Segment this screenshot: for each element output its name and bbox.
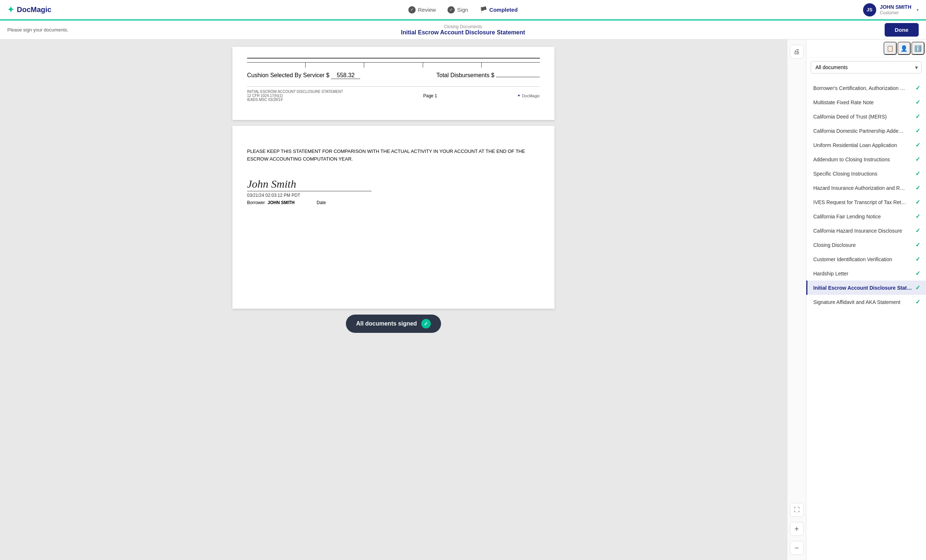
doc-list-item-label: Signature Affidavit and AKA Statement <box>813 299 900 305</box>
doc-list-item[interactable]: California Fair Lending Notice✓ <box>806 209 926 223</box>
doc-list-item[interactable]: Signature Affidavit and AKA Statement✓ <box>806 295 926 309</box>
doc-list-item-label: Specific Closing Instructions <box>813 171 877 177</box>
doc-list-item[interactable]: Multistate Fixed Rate Note✓ <box>806 95 926 109</box>
doc-signed-check-icon: ✓ <box>915 85 920 91</box>
doc-footer-1: INITIAL ESCROW ACCOUNT DISCLOSURE STATEM… <box>247 86 540 102</box>
nav-sign-label: Sign <box>457 7 468 13</box>
document-viewer[interactable]: Cushion Selected By Servicer $ 558.32 To… <box>0 39 787 560</box>
doc-list-item[interactable]: California Domestic Partnership Adde…✓ <box>806 124 926 138</box>
doc-title-section: Closing Documents Initial Escrow Account… <box>401 24 525 36</box>
signature-section: John Smith 03/21/24 02:03:12 PM PDT Borr… <box>247 178 540 205</box>
footer-brand: ✦ DocMagic <box>517 93 540 98</box>
doc-signed-check-icon: ✓ <box>915 99 920 106</box>
doc-list-item-label: California Fair Lending Notice <box>813 214 881 219</box>
done-button[interactable]: Done <box>885 23 919 36</box>
doc-signed-check-icon: ✓ <box>915 199 920 205</box>
doc-signed-check-icon: ✓ <box>915 256 920 263</box>
doc-filter-select[interactable]: All documents <box>811 61 921 74</box>
signed-check-icon: ✓ <box>421 319 431 329</box>
nav-sign[interactable]: ✓ Sign <box>448 6 468 14</box>
doc-list-item[interactable]: Initial Escrow Account Disclosure Stat…✓ <box>806 281 926 295</box>
viewer-tools: 🖨 ⛶ + − <box>787 39 806 560</box>
zoom-out-button[interactable]: − <box>790 541 804 555</box>
doc-page-2: PLEASE KEEP THIS STATEMENT FOR COMPARISO… <box>232 126 554 309</box>
doc-list-item[interactable]: Hardship Letter✓ <box>806 266 926 281</box>
doc-list-item[interactable]: Addendum to Closing Instructions✓ <box>806 152 926 166</box>
doc-signed-check-icon: ✓ <box>915 270 920 277</box>
signature-name: John Smith <box>247 178 540 190</box>
cushion-label: Cushion Selected By Servicer $ 558.32 <box>247 72 360 79</box>
doc-signed-check-icon: ✓ <box>915 213 920 220</box>
chevron-down-icon: ▾ <box>917 7 919 12</box>
info-view-button[interactable]: ℹ️ <box>911 42 924 55</box>
doc-list-item-label: Closing Disclosure <box>813 242 856 248</box>
doc-signed-check-icon: ✓ <box>915 299 920 305</box>
zoom-in-button[interactable]: + <box>790 522 804 536</box>
cushion-value: 558.32 <box>331 72 360 79</box>
doc-list-item-label: Multistate Fixed Rate Note <box>813 100 874 105</box>
doc-list-item[interactable]: Hazard Insurance Authorization and R…✓ <box>806 181 926 195</box>
doc-list-item[interactable]: Uniform Residential Loan Application✓ <box>806 138 926 152</box>
doc-view-button[interactable]: 📋 <box>884 42 897 55</box>
user-menu[interactable]: JS JOHN SMITH Customer ▾ <box>863 3 919 17</box>
review-check-icon: ✓ <box>409 6 416 14</box>
filter-row: All documents ▾ <box>806 57 926 77</box>
footer-info: INITIAL ESCROW ACCOUNT DISCLOSURE STATEM… <box>247 90 343 102</box>
total-label: Total Disbursements $ <box>436 72 540 79</box>
nav-completed[interactable]: 🏴 Completed <box>480 6 518 14</box>
app-header: ✦ DocMagic ✓ Review ✓ Sign 🏴 Completed J… <box>0 0 926 21</box>
signed-text: All documents signed <box>356 320 417 327</box>
doc-list-item-label: California Domestic Partnership Adde… <box>813 128 904 134</box>
sub-header: Please sign your documents. Closing Docu… <box>0 21 926 39</box>
doc-list-item[interactable]: Closing Disclosure✓ <box>806 238 926 252</box>
doc-list-item[interactable]: Customer Identification Verification✓ <box>806 252 926 266</box>
borrower-label: Borrower JOHN SMITH <box>247 200 295 205</box>
doc-list-item-label: California Deed of Trust (MERS) <box>813 114 887 119</box>
main-content: Cushion Selected By Servicer $ 558.32 To… <box>0 39 926 560</box>
print-button[interactable]: 🖨 <box>790 45 804 59</box>
doc-list-item[interactable]: Specific Closing Instructions✓ <box>806 166 926 181</box>
doc-title: Initial Escrow Account Disclosure Statem… <box>401 29 525 36</box>
doc-list-item-label: Uniform Residential Loan Application <box>813 142 897 148</box>
logo-text: DocMagic <box>17 6 51 14</box>
sig-underline <box>247 191 372 191</box>
doc-list-item[interactable]: Borrower's Certification, Authorization … <box>806 81 926 95</box>
person-view-button[interactable]: 👤 <box>897 42 911 55</box>
doc-signed-check-icon: ✓ <box>915 142 920 148</box>
doc-list-item-label: Customer Identification Verification <box>813 257 892 262</box>
completed-flag-icon: 🏴 <box>480 6 487 14</box>
doc-signed-check-icon: ✓ <box>915 113 920 120</box>
doc-category: Closing Documents <box>401 24 525 29</box>
user-name: JOHN SMITH <box>880 4 911 10</box>
doc-list-item-label: IVES Request for Transcript of Tax Ret… <box>813 199 906 205</box>
expand-button[interactable]: ⛶ <box>790 503 804 517</box>
date-label: Date <box>316 200 326 205</box>
doc-signed-check-icon: ✓ <box>915 170 920 177</box>
instruction-text: Please sign your documents. <box>7 27 68 33</box>
doc-list-panel: 📋 👤 ℹ️ All documents ▾ Borrower's Certif… <box>806 39 926 560</box>
doc-signed-check-icon: ✓ <box>915 242 920 248</box>
sig-timestamp: 03/21/24 02:03:12 PM PDT <box>247 193 540 198</box>
avatar: JS <box>863 3 876 17</box>
keep-statement-text: PLEASE KEEP THIS STATEMENT FOR COMPARISO… <box>247 148 540 163</box>
nav-review[interactable]: ✓ Review <box>409 6 436 14</box>
doc-list-item-label: Hazard Insurance Authorization and R… <box>813 185 905 191</box>
doc-list-item[interactable]: California Hazard Insurance Disclosure✓ <box>806 223 926 238</box>
user-info: JOHN SMITH Customer <box>880 4 911 15</box>
signed-pill: All documents signed ✓ <box>346 315 441 333</box>
doc-page-1: Cushion Selected By Servicer $ 558.32 To… <box>232 47 554 120</box>
doc-list-item[interactable]: California Deed of Trust (MERS)✓ <box>806 109 926 124</box>
doc-list-item[interactable]: IVES Request for Transcript of Tax Ret…✓ <box>806 195 926 209</box>
sign-check-icon: ✓ <box>448 6 455 14</box>
doc-list-item-label: Initial Escrow Account Disclosure Stat… <box>813 285 912 291</box>
doc-list-item-label: Addendum to Closing Instructions <box>813 157 890 162</box>
header-nav: ✓ Review ✓ Sign 🏴 Completed <box>409 6 518 14</box>
logo-star-icon: ✦ <box>7 5 14 15</box>
doc-list-item-label: Borrower's Certification, Authorization … <box>813 85 905 91</box>
borrower-name: JOHN SMITH <box>268 200 295 205</box>
nav-completed-label: Completed <box>489 7 518 13</box>
signed-banner: All documents signed ✓ <box>346 315 441 333</box>
doc-list-item-label: California Hazard Insurance Disclosure <box>813 228 902 234</box>
table-section: Cushion Selected By Servicer $ 558.32 To… <box>247 58 540 79</box>
footer-page: Page 1 <box>423 93 437 98</box>
